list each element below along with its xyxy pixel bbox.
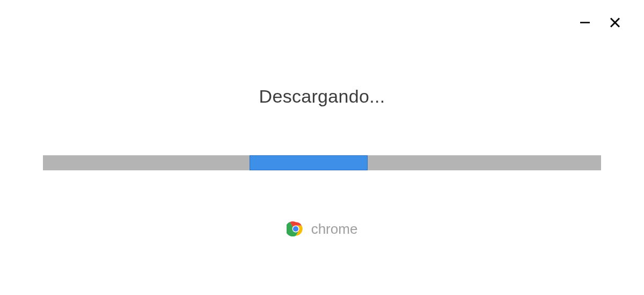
brand-name: chrome: [311, 221, 358, 238]
progress-indicator: [250, 155, 368, 170]
close-icon: [609, 17, 621, 28]
branding: chrome: [287, 220, 358, 238]
main-content: Descargando... chrome: [0, 86, 644, 238]
progress-bar: [43, 155, 601, 170]
chrome-icon: [287, 220, 305, 238]
svg-point-5: [293, 226, 298, 232]
minimize-icon: [579, 17, 591, 28]
status-text: Descargando...: [259, 86, 385, 107]
minimize-button[interactable]: [577, 15, 592, 30]
titlebar: [577, 0, 644, 30]
close-button[interactable]: [608, 15, 623, 30]
